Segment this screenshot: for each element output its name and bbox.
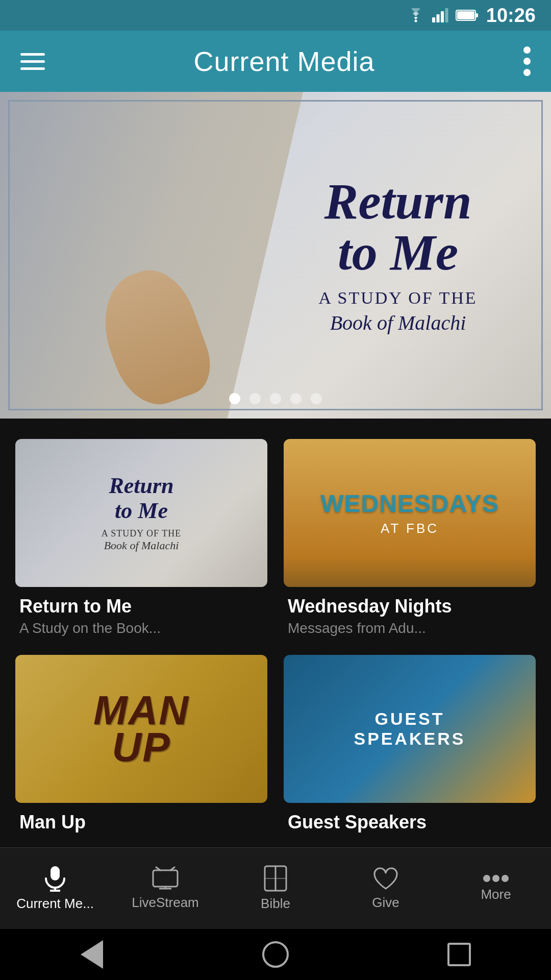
svg-rect-3 <box>441 11 444 22</box>
battery-icon <box>456 9 479 21</box>
dots-icon <box>483 874 509 883</box>
svg-rect-4 <box>445 8 448 22</box>
wifi-icon <box>407 8 425 22</box>
nav-label-current-media: Current Me... <box>16 896 94 912</box>
carousel-dot-1[interactable] <box>229 393 240 404</box>
system-navigation-bar <box>0 929 551 980</box>
nav-item-current-media[interactable]: Current Me... <box>14 865 96 912</box>
tv-icon <box>152 866 179 891</box>
card-title-return-to-me: Return to Me <box>19 595 263 617</box>
card-title-guest-speakers: Guest Speakers <box>288 811 532 833</box>
card-title-wednesday-nights: Wednesday Nights <box>288 595 532 617</box>
banner-subtitle-1: A Study of the <box>276 288 520 308</box>
banner-carousel[interactable]: Return to Me A Study of the Book of Mala… <box>0 92 551 419</box>
nav-item-livestream[interactable]: LiveStream <box>124 866 206 911</box>
svg-rect-6 <box>475 13 478 17</box>
media-card-wednesday-nights[interactable]: WEDNESDAYS AT FBC Wednesday Nights Messa… <box>284 439 536 639</box>
toolbar: Current Media <box>0 31 551 92</box>
card-label-return-to-me: Return to Me A Study on the Book... <box>15 587 267 639</box>
thumbnail-wednesday-nights: WEDNESDAYS AT FBC <box>284 439 536 587</box>
nav-label-bible: Bible <box>261 896 290 912</box>
card-label-man-up: Man Up <box>15 803 267 835</box>
thumbnail-return-to-me: Returnto Me A Study of the Book of Malac… <box>15 439 267 587</box>
svg-rect-7 <box>457 11 474 19</box>
banner-text-content: Return to Me A Study of the Book of Mala… <box>276 176 520 335</box>
svg-point-24 <box>502 875 509 882</box>
home-icon <box>262 941 289 968</box>
card-label-guest-speakers: Guest Speakers <box>284 803 536 835</box>
recents-button[interactable] <box>444 939 474 970</box>
thumbnail-man-up: MANUP <box>15 655 267 803</box>
media-grid: Returnto Me A Study of the Book of Malac… <box>0 439 551 850</box>
back-icon <box>81 940 103 969</box>
nav-item-more[interactable]: More <box>455 874 537 902</box>
carousel-dot-4[interactable] <box>290 393 302 404</box>
bottom-navigation: Current Me... LiveStream Bible Give <box>0 847 551 929</box>
separator <box>0 419 551 439</box>
svg-rect-14 <box>153 870 178 887</box>
thumbnail-guest-speakers: GUESTSPEAKERS <box>284 655 536 803</box>
banner-title: Return to Me <box>276 176 520 278</box>
nav-item-give[interactable]: Give <box>345 866 427 911</box>
carousel-dots <box>229 393 322 404</box>
svg-rect-11 <box>51 866 60 880</box>
card-subtitle-return-to-me: A Study on the Book... <box>19 620 263 636</box>
banner-hand-illustration <box>0 92 303 419</box>
signal-icon <box>432 8 448 22</box>
status-bar: 10:26 <box>0 0 551 31</box>
banner-subtitle-2: Book of Malachi <box>276 311 520 335</box>
nav-item-bible[interactable]: Bible <box>235 865 316 912</box>
media-card-guest-speakers[interactable]: GUESTSPEAKERS Guest Speakers <box>284 655 536 835</box>
home-button[interactable] <box>260 939 291 970</box>
svg-rect-2 <box>436 14 439 22</box>
svg-point-9 <box>523 58 531 65</box>
carousel-dot-2[interactable] <box>249 393 261 404</box>
card-title-man-up: Man Up <box>19 811 263 833</box>
svg-point-8 <box>523 46 531 54</box>
microphone-icon <box>42 865 68 892</box>
svg-rect-1 <box>432 17 435 22</box>
media-card-man-up[interactable]: MANUP Man Up <box>15 655 267 835</box>
svg-point-10 <box>523 69 531 76</box>
page-title: Current Media <box>193 45 374 77</box>
carousel-dot-3[interactable] <box>270 393 281 404</box>
status-time: 10:26 <box>486 5 536 27</box>
card-label-wednesday-nights: Wednesday Nights Messages from Adu... <box>284 587 536 639</box>
status-icons: 10:26 <box>407 5 536 27</box>
nav-label-livestream: LiveStream <box>132 895 199 911</box>
carousel-dot-5[interactable] <box>311 393 322 404</box>
book-icon <box>264 865 287 892</box>
card-subtitle-wednesday-nights: Messages from Adu... <box>288 620 532 636</box>
media-card-return-to-me[interactable]: Returnto Me A Study of the Book of Malac… <box>15 439 267 639</box>
overflow-menu-button[interactable] <box>523 46 531 77</box>
nav-label-give: Give <box>372 895 399 911</box>
heart-icon <box>372 866 399 891</box>
svg-point-23 <box>492 875 499 882</box>
svg-point-22 <box>483 875 490 882</box>
back-button[interactable] <box>77 939 107 970</box>
hamburger-menu-button[interactable] <box>20 53 45 70</box>
nav-label-more: More <box>481 887 511 902</box>
recents-icon <box>447 943 471 966</box>
svg-point-0 <box>414 20 417 22</box>
banner-slide-1: Return to Me A Study of the Book of Mala… <box>0 92 551 419</box>
